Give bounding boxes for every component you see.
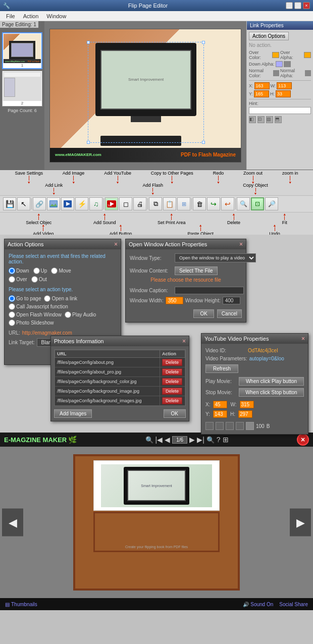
fit-button[interactable]: ⊡ — [251, 197, 264, 210]
w-input[interactable] — [277, 82, 292, 89]
normal-alpha-swatch[interactable] — [305, 70, 311, 76]
add-button-button[interactable]: ◻ — [119, 197, 132, 210]
delete-photo-button[interactable]: Delete — [162, 388, 182, 395]
minimize-button[interactable]: _ — [286, 2, 293, 9]
page-number-input[interactable] — [172, 436, 187, 444]
thumbnails-btn[interactable]: ▤ Thumbnails — [5, 602, 37, 607]
action-slideshow[interactable]: Photo Slideshow — [9, 319, 117, 326]
down-alpha-swatch[interactable] — [276, 61, 283, 67]
prev-page-btn[interactable]: ◀ — [165, 436, 170, 444]
sound-on-btn[interactable]: 🔊 Sound On — [243, 602, 273, 607]
add-video-button[interactable] — [61, 197, 74, 210]
action-js[interactable]: Call Javascript function — [9, 303, 117, 310]
align-center-btn[interactable]: ⊡ — [257, 116, 265, 123]
delete-photo-button[interactable]: Delete — [162, 368, 182, 375]
open-window-cancel-button[interactable]: Cancel — [217, 309, 242, 318]
preview-close-button[interactable]: × — [297, 434, 309, 446]
x-input[interactable] — [254, 82, 270, 89]
photos-close[interactable]: × — [182, 338, 186, 345]
zoom-in-button[interactable]: 🔎 — [265, 197, 278, 210]
zoom-in-preview[interactable]: 🔍 — [145, 436, 153, 444]
add-link-button[interactable]: 🔗 — [33, 197, 46, 210]
paste-object-button[interactable]: 📋 — [163, 197, 176, 210]
action-link[interactable]: Open a link — [44, 295, 77, 302]
event-down[interactable]: Down — [9, 267, 29, 274]
zoom-out-preview[interactable]: 🔍 — [206, 436, 215, 444]
print-area-button[interactable]: 🖨 — [133, 197, 146, 210]
social-share-label[interactable]: Social Share — [279, 602, 308, 607]
play-movie-button[interactable]: When click Play button — [239, 377, 304, 386]
photos-ok-button[interactable]: OK — [164, 409, 186, 418]
last-page-btn[interactable]: ▶| — [197, 436, 204, 444]
page-thumb-1[interactable]: www.eMagMaker.com PDF to Flash 1 — [2, 32, 42, 69]
window-caption-input[interactable] — [175, 287, 244, 294]
window-width-input[interactable] — [166, 297, 183, 304]
zoom-out-button[interactable]: 🔍 — [237, 197, 250, 210]
yt-x-input[interactable] — [213, 401, 227, 408]
preview-nav-right[interactable]: ▶ — [290, 509, 311, 536]
add-image-button[interactable] — [47, 197, 60, 210]
select-object-button[interactable]: ↖ — [17, 197, 30, 210]
stop-movie-button[interactable]: When click Stop button — [239, 388, 304, 397]
close-button[interactable]: × — [303, 2, 310, 9]
h-input[interactable] — [276, 90, 291, 97]
undo-button[interactable]: ↩ — [221, 197, 234, 210]
yt-icon4[interactable] — [236, 422, 244, 430]
over-color-swatch[interactable] — [272, 52, 279, 58]
align-top-btn[interactable]: ⬒ — [275, 116, 282, 123]
redo-button[interactable]: ↪ — [207, 197, 220, 210]
yt-h-input[interactable] — [238, 410, 252, 418]
align-right-btn[interactable]: ▧ — [266, 116, 273, 123]
over-alpha-swatch[interactable] — [304, 52, 311, 58]
action-flash[interactable]: Open Flash Window — [9, 311, 62, 318]
window-type-select[interactable]: Open the window to play a video — [175, 253, 256, 262]
yt-icon5[interactable] — [246, 422, 254, 430]
add-youtube-button[interactable]: You — [105, 197, 118, 210]
thumbnails-label: Thumbnails — [11, 602, 37, 607]
normal-color-swatch[interactable] — [273, 70, 279, 76]
yt-y-input[interactable] — [213, 410, 227, 418]
first-page-btn[interactable]: |◀ — [155, 436, 163, 444]
preview-nav-left[interactable]: ◀ — [2, 509, 23, 536]
copy-pages-button[interactable]: ⊞ — [177, 197, 190, 210]
page-thumb-2[interactable]: 2 — [2, 71, 42, 106]
action-audio[interactable]: Play Audio — [65, 311, 96, 318]
action-options-close[interactable]: × — [114, 241, 118, 248]
fullscreen-btn[interactable]: ⊞ — [223, 436, 229, 444]
help-btn[interactable]: ? — [217, 436, 221, 444]
copy-object-button[interactable]: ⧉ — [149, 197, 162, 210]
action-goto[interactable]: Go to page — [9, 295, 41, 302]
y-input[interactable] — [254, 90, 269, 97]
window-height-input[interactable] — [223, 297, 240, 304]
event-out[interactable]: Out — [31, 276, 47, 283]
menu-window[interactable]: Window — [42, 12, 70, 20]
save-settings-button[interactable]: 💾 — [3, 197, 16, 210]
align-left-btn[interactable]: ◧ — [249, 116, 256, 123]
select-file-button[interactable]: Select The File — [175, 266, 218, 275]
delete-photo-button[interactable]: Delete — [162, 378, 182, 385]
yt-icon1[interactable] — [205, 422, 214, 430]
menu-file[interactable]: File — [2, 12, 19, 20]
yt-icon3[interactable] — [226, 422, 234, 430]
open-window-ok-button[interactable]: OK — [193, 309, 214, 318]
delete-photo-button[interactable]: Delete — [162, 359, 182, 366]
yt-icon2[interactable] — [216, 422, 224, 430]
youtube-close[interactable]: × — [301, 335, 305, 342]
event-over[interactable]: Over — [9, 276, 27, 283]
add-sound-button[interactable]: ♫ — [89, 197, 102, 210]
yt-w-input[interactable] — [240, 401, 254, 408]
delete-photo-button[interactable]: Delete — [162, 397, 182, 404]
refresh-button[interactable]: Refresh — [205, 364, 238, 373]
add-images-button[interactable]: Add Images — [54, 409, 92, 418]
maximize-button[interactable]: □ — [294, 2, 301, 9]
menu-action[interactable]: Action — [19, 12, 43, 20]
delete-button[interactable]: 🗑 — [193, 197, 206, 210]
hint-input[interactable] — [249, 107, 311, 114]
event-up[interactable]: Up — [33, 267, 47, 274]
add-flash-button[interactable]: ⚡ — [75, 197, 88, 210]
action-options-button[interactable]: Action Options — [249, 32, 289, 40]
event-move[interactable]: Move — [51, 267, 71, 274]
down-alpha-swatch2[interactable] — [284, 61, 291, 67]
open-window-close[interactable]: × — [239, 241, 243, 248]
next-page-btn[interactable]: ▶ — [189, 436, 195, 444]
